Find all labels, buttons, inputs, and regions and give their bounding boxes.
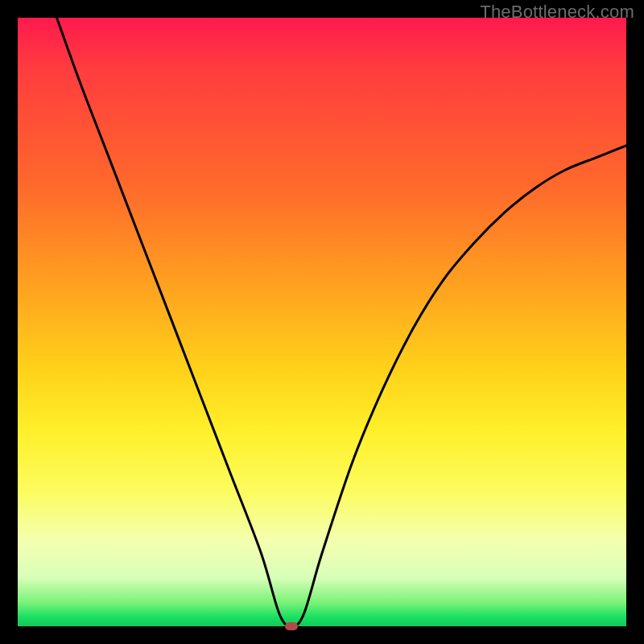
chart-root: TheBottleneck.com (0, 0, 644, 644)
bottleneck-curve (18, 18, 626, 626)
min-marker (285, 622, 298, 630)
watermark-text: TheBottleneck.com (480, 2, 634, 23)
plot-frame (18, 18, 626, 626)
curve-path (18, 18, 626, 626)
